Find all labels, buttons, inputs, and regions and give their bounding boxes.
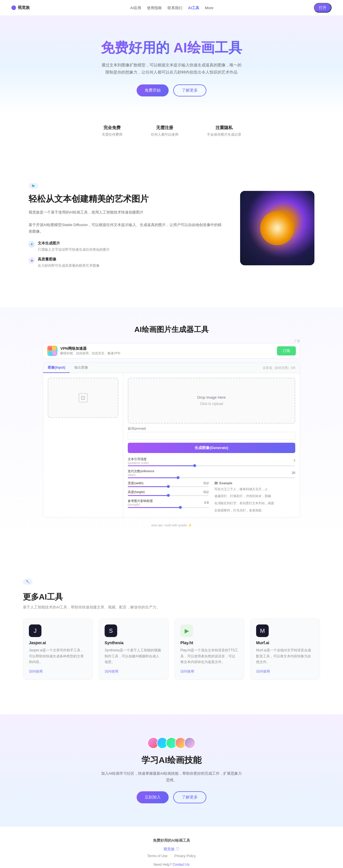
logo-text: 视觉族 (18, 5, 30, 10)
upload-area[interactable]: ⊡ (48, 378, 118, 418)
param-steps-value: 20 (287, 471, 295, 474)
synthesia-desc: Synthesia是一个基于人工智能的视频制作工具，可以创建AI视频和合成人场景… (105, 647, 163, 665)
hero-title: 免费好用的 AI绘画工具 (11, 39, 332, 57)
synthesia-name: Synthesia (105, 641, 163, 645)
more-tools-section: 🔧 更多AI工具 基于人工智能技术的AI工具，帮助你快速创建文章、视频、配音，解… (0, 556, 343, 703)
height-thumb (167, 494, 170, 497)
guidance-fill (128, 465, 195, 466)
hero-title-prefix: 免费好用的 (101, 40, 173, 55)
param-strength-name: 参考图片影响程度 (128, 499, 197, 503)
footer-brand: 免费好用的AI绘画工具 (153, 838, 190, 843)
examples-col: 例: Example 写实力王三千人，楼单到城天无尽，人 迪扁崇灯，灯烁彩灯，冲… (214, 481, 295, 513)
widget-left-panel: ⊡ (43, 373, 123, 518)
widget-settings-label: 设置项（影响范围）0/8 (263, 366, 295, 370)
height-slider[interactable] (128, 495, 209, 496)
ad-text: VPN网络加速器 解除封锁、自由使用、信息安全、极速VPN (60, 346, 120, 355)
murf-name: Murf.ai (256, 641, 314, 645)
width-slider[interactable] (128, 486, 209, 487)
footer-contact-link[interactable]: Contact Us (173, 863, 190, 867)
steps-slider[interactable] (128, 477, 295, 478)
generate-button[interactable]: 生成图像(Generate) (128, 443, 295, 453)
community-section: 学习AI绘画技能 加入AI绘画学习社区，快速掌握最新AI绘画技能，帮助你更好的完… (0, 714, 343, 827)
murf-desc: Murf.ai是一个在线AI文字转语音合成配音工具，可以将文本内容转换为自然文件… (256, 647, 314, 665)
ad-title: VPN网络加速器 (60, 346, 120, 351)
param-width: 宽度(width) 512 (128, 481, 209, 487)
prompt-input[interactable] (128, 432, 295, 440)
param-steps-name: 迭代次数(inference (128, 469, 284, 473)
feature-privacy-title: 注重隐私 (207, 125, 241, 130)
nav-open-button[interactable]: 打开 (314, 3, 332, 12)
community-learn-button[interactable]: 了解更多 (173, 791, 206, 803)
feature-high-quality: ◈ 高质量图像 在几秒内即可生成高质量的精美艺术图像 (29, 257, 223, 269)
logo[interactable]: 视觉族 (11, 5, 30, 10)
ai-tools-title: AI绘画图片生成器工具 (11, 324, 332, 335)
param-guidance-name: 文本引导强度 (128, 457, 284, 461)
param-guidance: 文本引导强度 (guidance scale) 7 (128, 457, 295, 466)
guidance-thumb (193, 464, 196, 467)
footer-privacy-link[interactable]: Privacy Policy (174, 854, 196, 858)
section-tag: 🐦 (29, 183, 38, 189)
footer-terms-link[interactable]: Terms of Use (147, 854, 168, 858)
ad-label: 广告 (295, 339, 300, 343)
param-width-name: 宽度(width) (128, 481, 197, 485)
drop-zone-title: Drop Image Here (197, 395, 226, 400)
widget-tab-output[interactable]: 输出图像 (70, 363, 93, 373)
param-height-value: 512 (200, 490, 209, 494)
feature-quality-desc: 在几秒内即可生成高质量的精美艺术图像 (38, 263, 100, 269)
murf-link[interactable]: 访问使用 (256, 669, 314, 674)
strength-slider[interactable] (128, 507, 209, 508)
widget-right-panel: Drop Image Here Click to Upload 提词(promp… (123, 373, 300, 518)
nav-ai-tools[interactable]: AI工具 (188, 6, 199, 10)
widget-body: ⊡ Drop Image Here Click to Upload 提词(pro… (43, 373, 300, 518)
hero-learn-button[interactable]: 了解更多 (173, 85, 206, 96)
community-join-button[interactable]: 立刻加入 (137, 791, 169, 803)
feature-text-desc: 只需输入文字说话即可快速生成任何类似的图片 (38, 247, 110, 253)
footer-policy-links: Terms of Use Privacy Policy (147, 854, 196, 858)
playht-link[interactable]: 访问使用 (180, 669, 238, 674)
tool-card-synthesia: S Synthesia Synthesia是一个基于人工智能的视频制作工具，可以… (99, 618, 169, 680)
navigation: 视觉族 AI应用 使用指南 联系我们 AI工具 More 打开 (0, 0, 343, 16)
widget-tabs: 图像(Input) 输出图像 设置项（影响范围）0/8 (43, 363, 300, 373)
ad-wrapper: 广告 VPN网络加速器 解除封锁、自由使用、信息安全、极速VPN 订阅 (43, 343, 300, 359)
drop-zone[interactable]: Drop Image Here Click to Upload (128, 378, 295, 424)
jasper-link[interactable]: 访问使用 (29, 669, 87, 674)
nav-guide[interactable]: 使用指南 (147, 6, 162, 10)
community-avatars (11, 737, 332, 749)
params-left-col: 宽度(width) 512 (128, 481, 209, 513)
nav-more[interactable]: More (205, 6, 213, 10)
param-strength-sub: (strength) (128, 503, 197, 506)
vpn-dot-4 (53, 351, 56, 355)
widget-tab-input[interactable]: 图像(Input) (43, 363, 70, 373)
text-art-content: 🐦 轻松从文本创建精美的艺术图片 视觉族是一个基于使用的AI绘画工具，使用人工智… (29, 183, 223, 273)
ad-subscribe-button[interactable]: 订阅 (277, 346, 296, 355)
params-and-examples: 宽度(width) 512 (128, 481, 295, 513)
hero-start-button[interactable]: 免费开始 (137, 85, 169, 96)
hero-description: 通过文本到图像扩散模型，可以根据文本提示输入快速生成逼真的图像，唯一的限制是你的… (100, 62, 243, 76)
param-height: 高度(height) 512 (128, 490, 209, 496)
hero-section: 免费好用的 AI绘画工具 通过文本到图像扩散模型，可以根据文本提示输入快速生成逼… (0, 16, 343, 114)
jasper-desc: Jasper.ai是一个文章写作助手工具，可以帮助你快速生成各种类型的文章和内容… (29, 647, 87, 665)
guidance-slider[interactable] (128, 465, 295, 466)
art-orb (260, 211, 295, 245)
steps-fill (128, 477, 178, 478)
nav-contact[interactable]: 联系我们 (168, 6, 182, 10)
text-image-icon: ✦ (29, 241, 35, 248)
vpn-dot-2 (53, 347, 56, 350)
param-steps-sub: steps) (128, 473, 284, 476)
tool-card-playht: ▶ Play.ht Play.ht是一个混合文本转语音的TTS工具，可以使用者自… (174, 618, 244, 680)
nav-ai-apps[interactable]: AI应用 (130, 6, 141, 10)
community-desc: 加入AI绘画学习社区，快速掌握最新AI绘画技能，帮助你更好的完成工作，扩展思象力… (100, 770, 243, 783)
features-row: 完全免费 无需任何费用 无需注册 任何人都可以使用 注重隐私 不会保存图片生成记… (0, 114, 343, 149)
height-fill (128, 495, 168, 496)
playht-icon: ▶ (180, 624, 193, 637)
art-image-inner (240, 191, 314, 265)
footer-sub-link[interactable]: 视觉族 ♡ (164, 846, 179, 852)
tool-card-jasper: J Jasper.ai Jasper.ai是一个文章写作助手工具，可以帮助你快速… (23, 618, 93, 680)
feature-no-register-desc: 任何人都可以使用 (151, 132, 178, 137)
param-width-value: 512 (200, 482, 209, 485)
synthesia-link[interactable]: 访问使用 (105, 669, 163, 674)
more-tools-tag: 🔧 (23, 579, 33, 585)
built-with-label: view api • built with gradio ⚡ (11, 523, 332, 527)
tool-card-murf: M Murf.ai Murf.ai是一个在线AI文字转语音合成配音工具，可以将文… (250, 618, 320, 680)
example-label: 例: Example (214, 481, 295, 485)
